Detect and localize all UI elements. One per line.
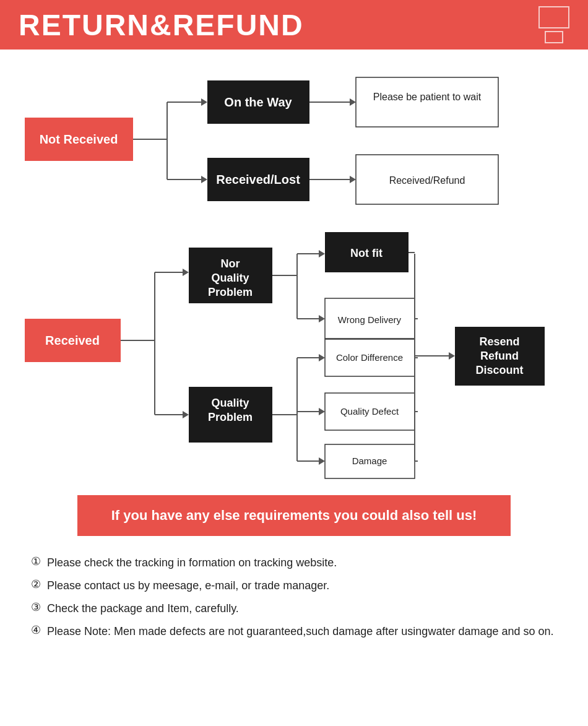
- svg-marker-37: [319, 315, 325, 322]
- svg-text:Quality: Quality: [211, 272, 249, 284]
- svg-marker-7: [201, 176, 207, 183]
- top-flow-diagram: Not Received On the Way Please be patien…: [25, 62, 569, 223]
- info-box-text: If you have any else requirements you co…: [111, 508, 477, 523]
- svg-marker-25: [183, 269, 189, 276]
- svg-text:Color Difference: Color Difference: [336, 352, 403, 363]
- svg-text:Not Received: Not Received: [40, 132, 118, 146]
- svg-text:Quality: Quality: [211, 397, 249, 409]
- note-item-1: ① Please check the tracking in formation…: [31, 555, 563, 571]
- received-refund-label: Received/Refund: [389, 175, 465, 186]
- svg-marker-11: [350, 98, 356, 106]
- note-text-1: Please check the tracking in formation o…: [47, 555, 337, 571]
- svg-marker-48: [319, 354, 325, 361]
- svg-text:Not fit: Not fit: [350, 247, 383, 259]
- note-text-4: Please Note: Men made defects are not gu…: [47, 623, 554, 640]
- svg-text:Received/Refund: Received/Refund: [389, 175, 465, 186]
- note-num-2: ②: [31, 577, 41, 591]
- svg-text:Wrong Delivery: Wrong Delivery: [338, 314, 402, 325]
- icon-shape-small: [545, 31, 563, 43]
- svg-text:Received: Received: [45, 334, 100, 347]
- received-label: Received: [45, 334, 100, 347]
- svg-text:Damage: Damage: [352, 456, 387, 466]
- svg-marker-50: [319, 408, 325, 415]
- received-lost-label: Received/Lost: [216, 173, 300, 186]
- note-num-3: ③: [31, 600, 41, 614]
- icon-shape-big: [538, 6, 569, 28]
- note-item-4: ④ Please Note: Men made defects are not …: [31, 623, 563, 640]
- svg-text:Discount: Discount: [475, 364, 523, 376]
- header-icon: [538, 6, 569, 43]
- main-content: Not Received On the Way Please be patien…: [0, 50, 588, 665]
- svg-marker-35: [319, 250, 325, 257]
- bottom-flow-diagram: Received Nor Quality Problem Not fit Wro: [25, 223, 569, 483]
- note-num-1: ①: [31, 555, 41, 568]
- svg-marker-17: [350, 176, 356, 183]
- please-wait-label: Please be patient to wait: [373, 92, 482, 102]
- svg-text:Nor: Nor: [221, 257, 240, 270]
- note-item-3: ③ Check the package and Item, carefully.: [31, 600, 563, 617]
- page-title: RETURN&REFUND: [19, 8, 304, 42]
- note-num-4: ④: [31, 623, 41, 637]
- svg-text:Received/Lost: Received/Lost: [216, 173, 300, 186]
- svg-marker-27: [183, 411, 189, 418]
- svg-text:Refund: Refund: [480, 350, 519, 362]
- notes-section: ① Please check the tracking in formation…: [25, 555, 563, 640]
- svg-rect-12: [356, 77, 498, 127]
- svg-text:Problem: Problem: [208, 286, 253, 298]
- svg-text:Please be patient to wait: Please be patient to wait: [373, 92, 482, 102]
- note-text-2: Please contact us by meesage, e-mail, or…: [47, 577, 329, 594]
- svg-marker-66: [449, 352, 455, 360]
- svg-text:Resend: Resend: [479, 335, 519, 348]
- info-box: If you have any else requirements you co…: [77, 495, 511, 536]
- note-text-3: Check the package and Item, carefully.: [47, 600, 239, 617]
- svg-text:On the Way: On the Way: [224, 95, 292, 109]
- svg-marker-5: [201, 98, 207, 106]
- not-received-label: Not Received: [40, 132, 118, 146]
- note-item-2: ② Please contact us by meesage, e-mail, …: [31, 577, 563, 594]
- svg-text:Problem: Problem: [208, 411, 253, 423]
- svg-text:Quality Defect: Quality Defect: [340, 406, 399, 417]
- svg-marker-52: [319, 457, 325, 465]
- page-header: RETURN&REFUND: [0, 0, 588, 50]
- on-the-way-label: On the Way: [224, 95, 292, 109]
